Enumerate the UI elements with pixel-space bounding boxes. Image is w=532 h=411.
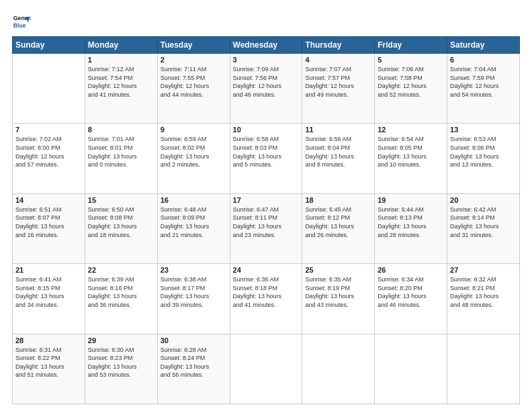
day-number: 11 <box>305 126 371 134</box>
week-row-2: 7Sunrise: 7:02 AM Sunset: 8:00 PM Daylig… <box>13 124 520 193</box>
calendar-cell: 1Sunrise: 7:12 AM Sunset: 7:54 PM Daylig… <box>85 54 157 124</box>
day-info: Sunrise: 6:31 AM Sunset: 8:22 PM Dayligh… <box>15 346 82 379</box>
calendar-page: General Blue SundayMondayTuesdayWednesda… <box>0 0 532 411</box>
calendar-cell: 23Sunrise: 6:38 AM Sunset: 8:17 PM Dayli… <box>157 264 230 334</box>
day-info: Sunrise: 6:51 AM Sunset: 8:07 PM Dayligh… <box>15 205 82 239</box>
day-number: 10 <box>233 126 300 134</box>
day-info: Sunrise: 6:48 AM Sunset: 8:09 PM Dayligh… <box>161 205 227 239</box>
day-number: 24 <box>233 266 300 274</box>
calendar-cell: 30Sunrise: 6:28 AM Sunset: 8:24 PM Dayli… <box>157 334 230 404</box>
calendar-cell: 3Sunrise: 7:09 AM Sunset: 7:56 PM Daylig… <box>230 54 302 124</box>
day-info: Sunrise: 6:34 AM Sunset: 8:20 PM Dayligh… <box>378 275 444 309</box>
day-info: Sunrise: 7:01 AM Sunset: 8:01 PM Dayligh… <box>88 135 154 169</box>
day-number: 17 <box>233 196 300 204</box>
calendar-cell: 27Sunrise: 6:32 AM Sunset: 8:21 PM Dayli… <box>447 264 520 334</box>
calendar-cell: 8Sunrise: 7:01 AM Sunset: 8:01 PM Daylig… <box>85 124 157 193</box>
day-number: 25 <box>305 266 371 274</box>
calendar-cell: 10Sunrise: 6:58 AM Sunset: 8:03 PM Dayli… <box>230 124 302 193</box>
calendar-cell: 17Sunrise: 6:47 AM Sunset: 8:11 PM Dayli… <box>230 193 302 263</box>
svg-text:Blue: Blue <box>13 22 26 29</box>
day-number: 1 <box>88 56 154 64</box>
calendar-cell: 21Sunrise: 6:41 AM Sunset: 8:15 PM Dayli… <box>13 264 85 334</box>
calendar-cell: 5Sunrise: 7:06 AM Sunset: 7:58 PM Daylig… <box>375 54 447 124</box>
day-number: 29 <box>88 336 154 345</box>
day-info: Sunrise: 6:56 AM Sunset: 8:04 PM Dayligh… <box>305 135 371 169</box>
day-number: 18 <box>305 196 371 204</box>
day-info: Sunrise: 6:28 AM Sunset: 8:24 PM Dayligh… <box>161 346 227 379</box>
calendar-cell: 16Sunrise: 6:48 AM Sunset: 8:09 PM Dayli… <box>157 193 230 263</box>
day-number: 9 <box>161 126 227 134</box>
day-info: Sunrise: 6:44 AM Sunset: 8:13 PM Dayligh… <box>378 205 444 239</box>
day-info: Sunrise: 6:45 AM Sunset: 8:12 PM Dayligh… <box>305 205 371 239</box>
day-info: Sunrise: 6:47 AM Sunset: 8:11 PM Dayligh… <box>233 205 300 239</box>
calendar-cell: 25Sunrise: 6:35 AM Sunset: 8:19 PM Dayli… <box>302 264 375 334</box>
weekday-header-row: SundayMondayTuesdayWednesdayThursdayFrid… <box>13 37 520 54</box>
day-info: Sunrise: 6:59 AM Sunset: 8:02 PM Dayligh… <box>161 135 227 169</box>
weekday-header-sunday: Sunday <box>13 37 85 54</box>
day-number: 2 <box>161 56 227 64</box>
day-info: Sunrise: 7:06 AM Sunset: 7:58 PM Dayligh… <box>378 65 444 99</box>
day-number: 19 <box>378 196 444 204</box>
day-info: Sunrise: 6:41 AM Sunset: 8:15 PM Dayligh… <box>15 275 82 309</box>
day-number: 28 <box>15 336 82 345</box>
day-info: Sunrise: 6:32 AM Sunset: 8:21 PM Dayligh… <box>450 275 517 309</box>
calendar-cell: 14Sunrise: 6:51 AM Sunset: 8:07 PM Dayli… <box>13 193 85 263</box>
week-row-3: 14Sunrise: 6:51 AM Sunset: 8:07 PM Dayli… <box>13 193 520 263</box>
weekday-header-friday: Friday <box>375 37 447 54</box>
calendar-cell <box>230 334 302 404</box>
calendar-cell: 20Sunrise: 6:42 AM Sunset: 8:14 PM Dayli… <box>447 193 520 263</box>
day-info: Sunrise: 7:07 AM Sunset: 7:57 PM Dayligh… <box>305 65 371 99</box>
calendar-cell: 7Sunrise: 7:02 AM Sunset: 8:00 PM Daylig… <box>13 124 85 193</box>
weekday-header-saturday: Saturday <box>447 37 520 54</box>
calendar-cell: 29Sunrise: 6:30 AM Sunset: 8:23 PM Dayli… <box>85 334 157 404</box>
logo-icon: General Blue <box>12 12 31 31</box>
calendar-cell <box>375 334 447 404</box>
weekday-header-tuesday: Tuesday <box>157 37 230 54</box>
calendar-cell: 6Sunrise: 7:04 AM Sunset: 7:59 PM Daylig… <box>447 54 520 124</box>
calendar-cell <box>447 334 520 404</box>
day-info: Sunrise: 6:42 AM Sunset: 8:14 PM Dayligh… <box>450 205 517 239</box>
day-info: Sunrise: 7:04 AM Sunset: 7:59 PM Dayligh… <box>450 65 517 99</box>
day-number: 30 <box>161 336 227 345</box>
calendar-cell <box>13 54 85 124</box>
calendar-cell: 19Sunrise: 6:44 AM Sunset: 8:13 PM Dayli… <box>375 193 447 263</box>
calendar-cell: 26Sunrise: 6:34 AM Sunset: 8:20 PM Dayli… <box>375 264 447 334</box>
day-number: 15 <box>88 196 154 204</box>
calendar-cell: 4Sunrise: 7:07 AM Sunset: 7:57 PM Daylig… <box>302 54 375 124</box>
day-number: 14 <box>15 196 82 204</box>
day-number: 13 <box>450 126 517 134</box>
day-info: Sunrise: 6:35 AM Sunset: 8:19 PM Dayligh… <box>305 275 371 309</box>
week-row-4: 21Sunrise: 6:41 AM Sunset: 8:15 PM Dayli… <box>13 264 520 334</box>
day-info: Sunrise: 6:54 AM Sunset: 8:05 PM Dayligh… <box>378 135 444 169</box>
day-info: Sunrise: 6:38 AM Sunset: 8:17 PM Dayligh… <box>161 275 227 309</box>
day-number: 12 <box>378 126 444 134</box>
day-number: 8 <box>88 126 154 134</box>
weekday-header-thursday: Thursday <box>302 37 375 54</box>
weekday-header-wednesday: Wednesday <box>230 37 302 54</box>
weekday-header-monday: Monday <box>85 37 157 54</box>
week-row-5: 28Sunrise: 6:31 AM Sunset: 8:22 PM Dayli… <box>13 334 520 404</box>
day-info: Sunrise: 7:02 AM Sunset: 8:00 PM Dayligh… <box>15 135 82 169</box>
day-number: 22 <box>88 266 154 274</box>
day-number: 16 <box>161 196 227 204</box>
calendar-cell: 24Sunrise: 6:36 AM Sunset: 8:18 PM Dayli… <box>230 264 302 334</box>
day-info: Sunrise: 7:09 AM Sunset: 7:56 PM Dayligh… <box>233 65 300 99</box>
day-info: Sunrise: 6:30 AM Sunset: 8:23 PM Dayligh… <box>88 346 154 379</box>
day-number: 26 <box>378 266 444 274</box>
day-info: Sunrise: 6:39 AM Sunset: 8:16 PM Dayligh… <box>88 275 154 309</box>
header: General Blue <box>12 12 520 31</box>
calendar-cell: 9Sunrise: 6:59 AM Sunset: 8:02 PM Daylig… <box>157 124 230 193</box>
day-info: Sunrise: 7:12 AM Sunset: 7:54 PM Dayligh… <box>88 65 154 99</box>
calendar-table: SundayMondayTuesdayWednesdayThursdayFrid… <box>12 36 520 404</box>
calendar-cell: 12Sunrise: 6:54 AM Sunset: 8:05 PM Dayli… <box>375 124 447 193</box>
day-number: 23 <box>161 266 227 274</box>
calendar-cell: 11Sunrise: 6:56 AM Sunset: 8:04 PM Dayli… <box>302 124 375 193</box>
day-info: Sunrise: 6:36 AM Sunset: 8:18 PM Dayligh… <box>233 275 300 309</box>
calendar-cell: 18Sunrise: 6:45 AM Sunset: 8:12 PM Dayli… <box>302 193 375 263</box>
calendar-cell: 2Sunrise: 7:11 AM Sunset: 7:55 PM Daylig… <box>157 54 230 124</box>
day-number: 6 <box>450 56 517 64</box>
day-number: 21 <box>15 266 82 274</box>
day-info: Sunrise: 6:50 AM Sunset: 8:08 PM Dayligh… <box>88 205 154 239</box>
calendar-cell: 13Sunrise: 6:53 AM Sunset: 8:06 PM Dayli… <box>447 124 520 193</box>
day-number: 3 <box>233 56 300 64</box>
